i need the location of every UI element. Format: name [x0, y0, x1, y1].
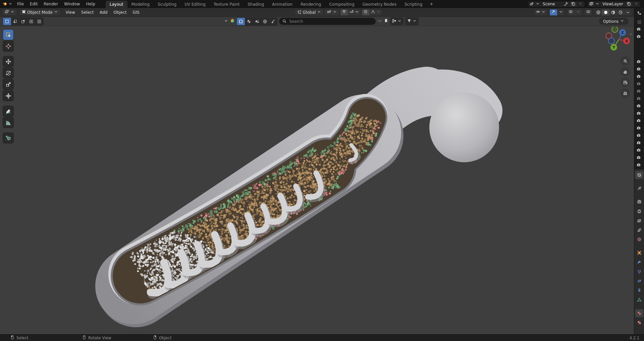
properties-tab-physics[interactable]	[635, 277, 643, 285]
properties-tab-data[interactable]	[635, 296, 643, 304]
properties-editor-type-button[interactable]	[635, 171, 643, 179]
asset-search-input[interactable]	[279, 18, 376, 25]
outliner-object-camera-icon[interactable]	[636, 26, 642, 31]
workspace-tab-scripting[interactable]: Scripting	[400, 1, 426, 8]
outliner-display-mode-icon[interactable]	[637, 10, 642, 17]
workspace-tab-modeling[interactable]: Modeling	[127, 1, 154, 8]
outliner-object-camera-icon[interactable]	[636, 66, 642, 71]
scene-selector[interactable]: Scene	[528, 1, 585, 7]
properties-tab-texture[interactable]	[635, 319, 643, 327]
gizmo-dropdown[interactable]	[557, 9, 565, 15]
outliner-object-camera-icon[interactable]	[636, 125, 642, 130]
workspace-tab-sculpting[interactable]: Sculpting	[154, 1, 180, 8]
categories-button[interactable]	[390, 17, 404, 25]
outliner-object-camera-icon[interactable]	[636, 103, 642, 108]
outliner-object-camera-icon[interactable]	[636, 88, 642, 93]
options-button[interactable]: Options	[599, 18, 629, 25]
shading-material-preview-button[interactable]	[609, 9, 617, 15]
overlays-dropdown[interactable]	[575, 9, 582, 15]
select-mode-subtract-button[interactable]	[19, 18, 27, 25]
select-mode-invert-button[interactable]	[27, 18, 35, 25]
workspace-tab-uv-editing[interactable]: UV Editing	[180, 1, 210, 8]
bookmark-icon[interactable]	[384, 18, 388, 24]
tool-select-box-button[interactable]	[3, 30, 13, 40]
app-menu-button[interactable]	[0, 0, 14, 8]
select-mode-extend-button[interactable]	[11, 18, 19, 25]
delete-scene-button[interactable]	[578, 2, 584, 7]
outliner-object-camera-icon[interactable]	[636, 132, 642, 137]
show-overlays-toggle[interactable]	[567, 9, 575, 15]
workspace-tab-rendering[interactable]: Rendering	[297, 1, 325, 8]
show-gizmo-toggle[interactable]	[550, 9, 557, 15]
nav-pan-button[interactable]	[620, 67, 630, 76]
asset-type-hdrs-button[interactable]	[261, 18, 269, 25]
snap-toggle[interactable]	[340, 9, 348, 15]
new-scene-button[interactable]	[570, 2, 576, 7]
asset-type-models-button[interactable]	[237, 18, 245, 25]
asset-type-materials-button[interactable]	[245, 18, 253, 25]
nav-zoom-button[interactable]	[620, 56, 630, 66]
menu-file[interactable]: File	[14, 0, 27, 8]
viewport-menu-view[interactable]: View	[63, 10, 78, 15]
select-mode-set-button[interactable]	[3, 18, 11, 25]
menu-window[interactable]: Window	[61, 0, 83, 8]
properties-tab-modifiers[interactable]	[635, 258, 643, 266]
tool-measure-button[interactable]	[3, 117, 13, 128]
transform-orientation-selector[interactable]: Global	[295, 9, 324, 16]
workspace-tab-compositing[interactable]: Compositing	[325, 1, 358, 8]
viewport-menu-add[interactable]: Add	[97, 10, 110, 15]
outliner-object-camera-icon[interactable]	[636, 59, 642, 64]
mode-selector[interactable]: Object Mode	[19, 9, 61, 16]
workspace-tab-geometry-nodes[interactable]: Geometry Nodes	[359, 1, 400, 8]
viewport-menu-gis[interactable]: GIS	[129, 10, 142, 15]
outliner-object-camera-icon[interactable]	[636, 140, 642, 145]
outliner-filter-icon[interactable]	[637, 19, 642, 26]
workspace-tab-shading[interactable]: Shading	[244, 1, 268, 8]
outliner-object-camera-icon[interactable]	[636, 147, 642, 152]
proportional-edit-toggle[interactable]	[362, 9, 369, 15]
results-dropdown-icon[interactable]	[377, 18, 382, 24]
select-mode-intersect-button[interactable]	[35, 18, 43, 25]
shading-rendered-button[interactable]	[617, 9, 624, 15]
view-layer-selector[interactable]: ViewLayer	[588, 1, 641, 7]
pivot-point-selector[interactable]	[324, 9, 339, 16]
viewport-3d[interactable]: Z X Y ‹	[0, 26, 634, 334]
proportional-falloff-selector[interactable]	[369, 9, 382, 15]
outliner-object-camera-icon[interactable]	[636, 34, 642, 39]
xray-toggle[interactable]	[584, 9, 592, 16]
properties-tab-view-layer[interactable]	[635, 217, 643, 225]
properties-tab-render[interactable]	[635, 198, 643, 206]
properties-tab-object[interactable]	[635, 249, 643, 257]
workspace-tab-layout[interactable]: Layout	[106, 1, 127, 8]
outliner-object-camera-icon[interactable]	[636, 73, 642, 78]
shading-wireframe-button[interactable]	[595, 9, 602, 15]
properties-tab-tool[interactable]	[635, 184, 643, 192]
tool-scale-button[interactable]	[3, 79, 13, 90]
workspace-tab-animation[interactable]: Animation	[268, 1, 297, 8]
asset-type-scenes-button[interactable]	[253, 18, 261, 25]
menu-edit[interactable]: Edit	[27, 0, 41, 8]
asset-type-brushes-button[interactable]	[269, 18, 277, 25]
tool-cursor-button[interactable]	[3, 41, 13, 51]
menu-help[interactable]: Help	[83, 0, 98, 8]
properties-tab-particles[interactable]	[635, 268, 643, 276]
add-workspace-button[interactable]: +	[426, 0, 436, 8]
workspace-tab-texture-paint[interactable]: Texture Paint	[210, 1, 244, 8]
snap-to-selector[interactable]	[348, 9, 361, 15]
editor-type-selector[interactable]	[2, 9, 17, 16]
tool-annotate-button[interactable]	[3, 106, 13, 116]
outliner-collapsed[interactable]	[634, 26, 644, 169]
properties-tab-material[interactable]	[635, 309, 643, 317]
viewport-menu-object[interactable]: Object	[110, 10, 129, 15]
visibility-dropdown[interactable]	[534, 9, 547, 16]
properties-tab-output[interactable]	[635, 207, 643, 215]
outliner-object-camera-icon[interactable]	[636, 96, 642, 101]
nav-toggle-projection-button[interactable]	[620, 88, 630, 98]
tool-move-button[interactable]	[3, 56, 13, 67]
outliner-object-camera-icon[interactable]	[636, 81, 642, 86]
viewport-menu-select[interactable]: Select	[78, 10, 97, 15]
tool-add-cube-button[interactable]	[3, 133, 13, 143]
nav-camera-view-button[interactable]	[620, 77, 630, 87]
outliner-object-camera-icon[interactable]	[636, 155, 642, 160]
expand-region-arrow[interactable]: ‹	[630, 32, 632, 37]
